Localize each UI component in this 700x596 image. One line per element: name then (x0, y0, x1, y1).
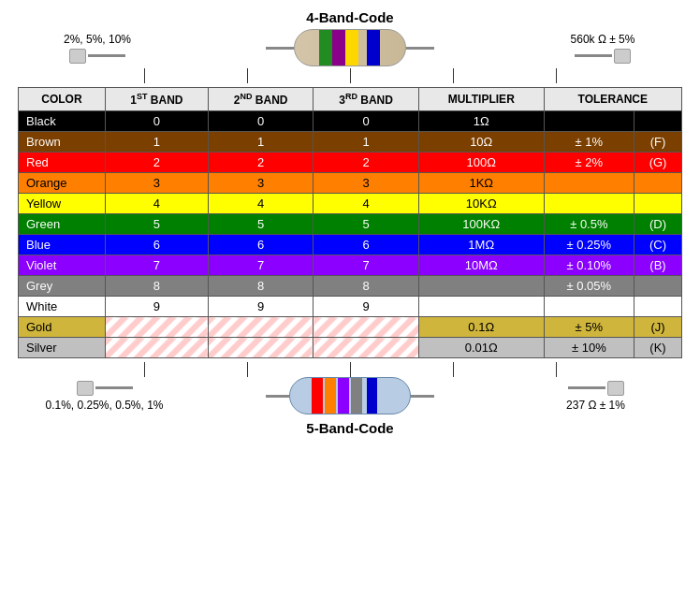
cell-color: Black (19, 111, 106, 132)
cell-mult: 1MΩ (418, 235, 544, 255)
cell-tol: ± 0.5% (544, 214, 634, 235)
cell-mult: 1Ω (418, 111, 544, 132)
cell-b3: 7 (314, 255, 418, 276)
bottom-connectors (18, 362, 682, 377)
cell-b3: 4 (314, 194, 418, 214)
cell-b3 (314, 338, 418, 358)
cell-code (634, 173, 682, 194)
cell-tol (544, 297, 634, 317)
table-row: Violet77710MΩ± 0.10%(B) (19, 255, 682, 276)
cell-color: White (19, 297, 106, 317)
wire-top-left1 (88, 54, 125, 57)
cell-tol (544, 194, 634, 214)
cell-mult (418, 297, 544, 317)
cap-top-right1 (614, 49, 631, 64)
table-row: Black0001Ω (19, 111, 682, 132)
cell-code (634, 276, 682, 297)
cell-mult: 0.1Ω (418, 317, 544, 338)
cell-b3: 1 (314, 132, 418, 153)
color-table: COLOR 1ST BAND 2ND BAND 3RD BAND MULTIPL… (18, 87, 682, 358)
cell-code: (D) (634, 214, 682, 235)
cell-b3: 2 (314, 153, 418, 173)
cell-code: (J) (634, 317, 682, 338)
cell-color: Blue (19, 235, 106, 255)
conn-line-b5 (556, 362, 557, 377)
cap-bot-left1 (77, 381, 94, 396)
table-header-row: COLOR 1ST BAND 2ND BAND 3RD BAND MULTIPL… (19, 88, 682, 111)
table-row: Silver0.01Ω± 10%(K) (19, 338, 682, 358)
conn-line-b2 (247, 362, 248, 377)
cell-code: (F) (634, 132, 682, 153)
conn-line-5 (556, 68, 557, 83)
table-row: Gold0.1Ω± 5%(J) (19, 317, 682, 338)
bottom-diagram: 0.1%, 0.25%, 0.5%, 1% 237 Ω ± 1% (5, 377, 695, 414)
cell-tol (544, 173, 634, 194)
cell-color: Red (19, 153, 106, 173)
cell-b2: 8 (208, 276, 313, 297)
cell-code: (G) (634, 153, 682, 173)
cell-b1: 4 (105, 194, 208, 214)
table-row: Brown11110Ω± 1%(F) (19, 132, 682, 153)
th-b1: 1ST BAND (105, 88, 208, 111)
cell-mult: 10KΩ (418, 194, 544, 214)
cell-b2: 9 (208, 297, 313, 317)
cell-tol: ± 0.10% (544, 255, 634, 276)
cell-b3: 5 (314, 214, 418, 235)
cell-b2: 0 (208, 111, 313, 132)
cell-b1: 0 (105, 111, 208, 132)
cell-color: Brown (19, 132, 106, 153)
wire-top-left2 (266, 47, 294, 50)
top-diagram: 2%, 5%, 10% 560k Ω ± 5% (5, 29, 695, 66)
cell-b2: 4 (208, 194, 313, 214)
wire-top-right2 (406, 47, 434, 50)
cell-code: (K) (634, 338, 682, 358)
bottom-left-label: 0.1%, 0.25%, 0.5%, 1% (45, 399, 163, 412)
conn-line-b4 (453, 362, 454, 377)
wire-bot-right2 (411, 395, 434, 398)
resistor-5band (289, 377, 411, 414)
cell-b2: 7 (208, 255, 313, 276)
cell-b3: 8 (314, 276, 418, 297)
cell-color: Orange (19, 173, 106, 194)
cell-b2: 6 (208, 235, 313, 255)
conn-line-4 (453, 68, 454, 83)
cell-mult: 1KΩ (418, 173, 544, 194)
table-row: Green555100KΩ± 0.5%(D) (19, 214, 682, 235)
cell-color: Violet (19, 255, 106, 276)
cell-code: (B) (634, 255, 682, 276)
cell-b1: 3 (105, 173, 208, 194)
cell-b2: 3 (208, 173, 313, 194)
conn-line-2 (247, 68, 248, 83)
cell-b2: 2 (208, 153, 313, 173)
resistor-4band (294, 29, 406, 66)
cell-color: Gold (19, 317, 106, 338)
cell-color: Silver (19, 338, 106, 358)
wire-bot-left2 (266, 395, 289, 398)
th-mult: MULTIPLIER (418, 88, 544, 111)
cell-b2: 1 (208, 132, 313, 153)
top-right-label: 560k Ω ± 5% (571, 33, 635, 46)
cell-code (634, 297, 682, 317)
cell-tol (544, 111, 634, 132)
bottom-right-label: 237 Ω ± 1% (566, 399, 625, 412)
title-5band: 5-Band-Code (306, 420, 393, 436)
cell-tol: ± 5% (544, 317, 634, 338)
cell-tol: ± 2% (544, 153, 634, 173)
cell-b1 (105, 317, 208, 338)
table-row: Grey888± 0.05% (19, 276, 682, 297)
th-tol: TOLERANCE (544, 88, 681, 111)
cap-top-left1 (69, 49, 86, 64)
cell-color: Green (19, 214, 106, 235)
cell-b1: 7 (105, 255, 208, 276)
bottom-resistor-row: 0.1%, 0.25%, 0.5%, 1% 237 Ω ± 1% (22, 377, 678, 414)
cell-code (634, 194, 682, 214)
cell-b3 (314, 317, 418, 338)
top-left-label: 2%, 5%, 10% (64, 33, 131, 46)
wire-bot-right1 (568, 386, 605, 389)
title-4band: 4-Band-Code (306, 9, 393, 25)
cell-b1: 2 (105, 153, 208, 173)
th-b3: 3RD BAND (314, 88, 418, 111)
cell-code: (C) (634, 235, 682, 255)
top-connectors (18, 68, 682, 83)
cell-b1: 9 (105, 297, 208, 317)
